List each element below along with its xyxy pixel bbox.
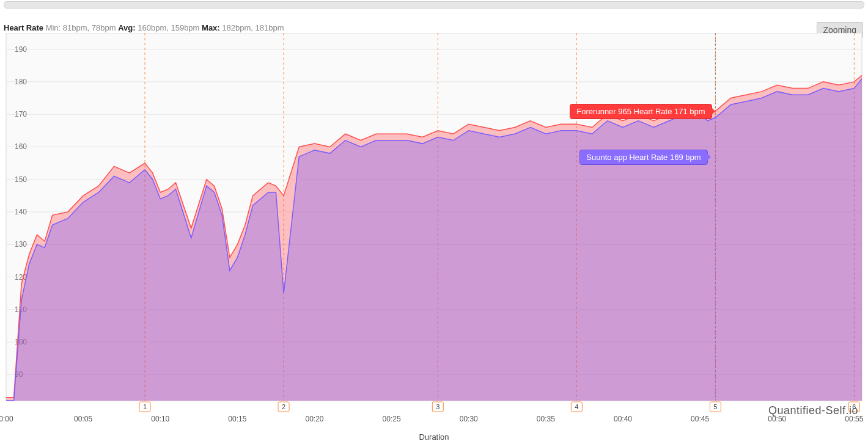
x-tick-label: 00:10 — [151, 415, 169, 423]
y-tick-label: 180 — [15, 78, 27, 86]
horizontal-scrollbar[interactable] — [4, 1, 864, 9]
watermark: Quantified-Self.io — [768, 404, 858, 417]
x-tick-label: 00:40 — [614, 415, 632, 423]
lap-badge-label: 3 — [436, 403, 440, 410]
lap-badge-label: 1 — [143, 403, 147, 410]
x-tick-label: 00:20 — [305, 415, 323, 423]
lap-badge-label: 2 — [282, 403, 285, 410]
y-tick-label: 140 — [15, 208, 27, 216]
chart-title: Heart Rate — [4, 23, 43, 32]
y-tick-label: 130 — [15, 240, 27, 249]
stat-max-label: Max: — [202, 23, 220, 32]
stat-max-value: 182bpm, 181bpm — [222, 23, 284, 32]
y-tick-label: 190 — [15, 45, 27, 54]
stat-min-label: Min: — [46, 23, 61, 32]
y-tick-label: 150 — [15, 175, 27, 184]
x-tick-label: 00:05 — [74, 415, 92, 423]
y-tick-label: 170 — [15, 110, 27, 118]
lap-badge-label: 4 — [575, 403, 578, 410]
stat-avg-label: Avg: — [118, 23, 135, 32]
x-axis-label: Duration — [419, 432, 449, 442]
x-tick-label: 00:35 — [537, 415, 555, 423]
x-tick-label: 0:00 — [0, 415, 13, 423]
heart-rate-chart[interactable]: 901001101201301401501601701801901234560:… — [0, 33, 868, 430]
chart-stats: Heart Rate Min: 81bpm, 78bpm Avg: 160bpm… — [4, 23, 284, 32]
lap-badge-label: 5 — [713, 403, 717, 410]
x-tick-label: 00:30 — [460, 415, 478, 423]
stat-min-value: 81bpm, 78bpm — [63, 23, 116, 32]
stat-avg-value: 160bpm, 159bpm — [138, 23, 199, 32]
x-tick-label: 00:25 — [383, 415, 401, 423]
x-tick-label: 00:45 — [691, 415, 709, 423]
x-tick-label: 00:15 — [228, 415, 246, 423]
y-tick-label: 160 — [15, 142, 27, 151]
